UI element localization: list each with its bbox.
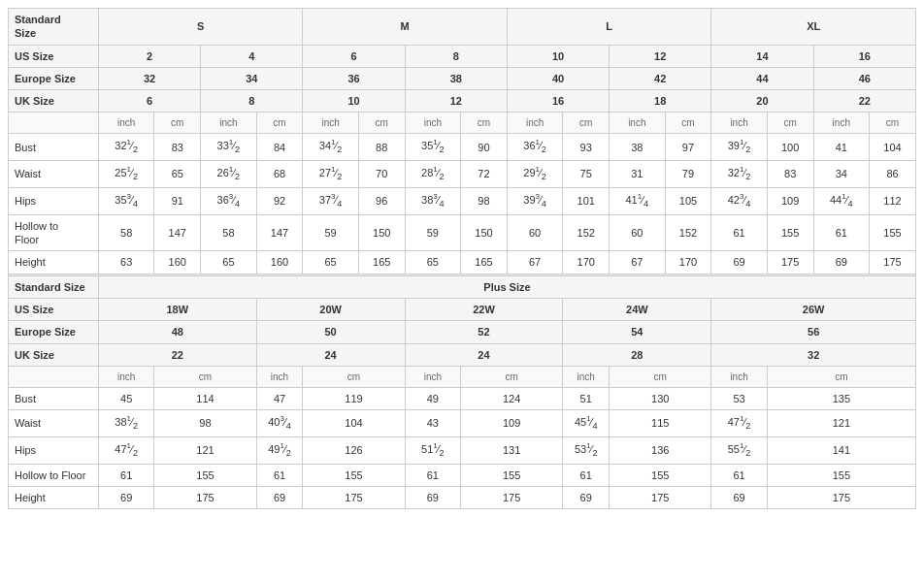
htf-60b-cm: 152 <box>665 214 711 251</box>
bust-33h-inch: 331⁄2 <box>201 134 256 161</box>
bust-39h-inch: 391⁄2 <box>711 134 767 161</box>
ht-67b-inch: 67 <box>610 251 665 274</box>
standard-size-label-2: Standard Size <box>9 275 99 298</box>
uk-size-label: UK Size <box>9 90 99 113</box>
standard-size-header-row: StandardSize S M L XL <box>9 9 916 46</box>
unit-label-empty <box>9 113 99 134</box>
plus-bust-130: 130 <box>610 387 711 409</box>
plus-26w: 26W <box>711 298 916 320</box>
eu-42: 42 <box>610 67 711 89</box>
htf-61b-cm: 155 <box>870 214 916 251</box>
plus-uk-22: 22 <box>98 343 256 366</box>
htf-61b-inch: 61 <box>813 214 869 251</box>
uk-16: 16 <box>507 90 609 113</box>
ht-67a-cm: 170 <box>563 251 610 274</box>
plus-waist-45q: 451⁄4 <box>563 410 610 437</box>
hips-42t-cm: 109 <box>767 188 813 215</box>
eu-38: 38 <box>405 67 507 89</box>
plus-htf-155a: 155 <box>154 464 256 486</box>
plus-hips-136: 136 <box>610 436 711 464</box>
htf-59b-inch: 59 <box>405 214 460 251</box>
uk-22: 22 <box>813 90 915 113</box>
ht-65c-cm: 165 <box>461 251 508 274</box>
plus-hips-141: 141 <box>767 436 915 464</box>
eu-size-row: Europe Size 32 34 36 38 40 42 44 46 <box>9 67 916 89</box>
bust-35h-inch: 351⁄2 <box>405 134 460 161</box>
bust-38-cm: 97 <box>665 134 711 161</box>
htf-60a-cm: 152 <box>563 214 610 251</box>
plus-ht-175b: 175 <box>303 486 405 508</box>
plus-uk-24b: 24 <box>405 343 563 366</box>
bust-41-cm: 104 <box>870 134 916 161</box>
ht-65b-cm: 165 <box>358 251 405 274</box>
uk-18: 18 <box>610 90 711 113</box>
ht-69a-cm: 175 <box>767 251 813 274</box>
bust-32h-cm: 83 <box>154 134 201 161</box>
hips-37t-cm: 96 <box>358 188 405 215</box>
plus-htf-155e: 155 <box>767 464 915 486</box>
htf-58b-cm: 147 <box>256 214 303 251</box>
waist-32h-cm: 83 <box>767 161 813 188</box>
htf-59b-cm: 150 <box>461 214 508 251</box>
uk-20: 20 <box>711 90 813 113</box>
plus-hips-126: 126 <box>303 436 405 464</box>
plus-htf-61d: 61 <box>563 464 610 486</box>
waist-25h-inch: 251⁄2 <box>98 161 153 188</box>
hips-41q-cm: 105 <box>665 188 711 215</box>
eu-40: 40 <box>507 67 609 89</box>
plus-waist-98: 98 <box>154 410 256 437</box>
htf-59a-inch: 59 <box>303 214 358 251</box>
inch-cm-subheader: inchcm inchcm inchcm inchcm inchcm inchc… <box>9 113 916 134</box>
waist-34-inch: 34 <box>813 161 869 188</box>
eu-34: 34 <box>201 67 303 89</box>
ht-69a-inch: 69 <box>711 251 767 274</box>
ht-65c-inch: 65 <box>405 251 460 274</box>
htf-58a-inch: 58 <box>98 214 153 251</box>
cm-m2: cm <box>461 113 508 134</box>
cm-m1: cm <box>358 113 405 134</box>
eu-46: 46 <box>813 67 915 89</box>
plus-htf-155c: 155 <box>461 464 563 486</box>
htf-59a-cm: 150 <box>358 214 405 251</box>
plus-cm-5: cm <box>767 366 915 387</box>
plus-bust-label: Bust <box>9 387 99 409</box>
plus-cm-2: cm <box>303 366 405 387</box>
htf-60b-inch: 60 <box>610 214 665 251</box>
plus-20w: 20W <box>256 298 405 320</box>
hips-41q-inch: 411⁄4 <box>610 188 665 215</box>
ht-69b-inch: 69 <box>813 251 869 274</box>
plus-size-header: Plus Size <box>98 275 915 298</box>
ht-67a-inch: 67 <box>507 251 562 274</box>
plus-ht-175e: 175 <box>767 486 915 508</box>
plus-htf-61e: 61 <box>711 464 767 486</box>
plus-eu-size-row: Europe Size 48 50 52 54 56 <box>9 321 916 343</box>
plus-uk-label: UK Size <box>9 343 99 366</box>
cm-l2: cm <box>665 113 711 134</box>
us-size-label: US Size <box>9 45 99 67</box>
hips-38t-inch: 383⁄4 <box>405 188 460 215</box>
plus-bust-49: 49 <box>405 387 460 409</box>
ht-69b-cm: 175 <box>870 251 916 274</box>
bust-label: Bust <box>9 134 99 161</box>
bust-32h-inch: 321⁄2 <box>98 134 153 161</box>
waist-34-cm: 86 <box>870 161 916 188</box>
plus-hips-53h: 531⁄2 <box>563 436 610 464</box>
plus-ht-69c: 69 <box>405 486 460 508</box>
plus-height-row: Height 69175 69175 69175 69175 69175 <box>9 486 916 508</box>
waist-row: Waist 251⁄265 261⁄268 271⁄270 281⁄272 29… <box>9 161 916 188</box>
plus-ht-175c: 175 <box>461 486 563 508</box>
plus-waist-38h: 381⁄2 <box>98 410 153 437</box>
eu-size-label: Europe Size <box>9 67 99 89</box>
us-size-row: US Size 2 4 6 8 10 12 14 16 <box>9 45 916 67</box>
bust-33h-cm: 84 <box>256 134 303 161</box>
cm-xl2: cm <box>870 113 916 134</box>
plus-waist-label: Waist <box>9 410 99 437</box>
inch-s2: inch <box>201 113 256 134</box>
ht-65b-inch: 65 <box>303 251 358 274</box>
inch-m1: inch <box>303 113 358 134</box>
waist-28h-inch: 281⁄2 <box>405 161 460 188</box>
plus-inch-cm-subheader: inchcm inchcm inchcm inchcm inchcm <box>9 366 916 387</box>
eu-44: 44 <box>711 67 813 89</box>
plus-hips-51h: 511⁄2 <box>405 436 460 464</box>
hips-37t-inch: 373⁄4 <box>303 188 358 215</box>
